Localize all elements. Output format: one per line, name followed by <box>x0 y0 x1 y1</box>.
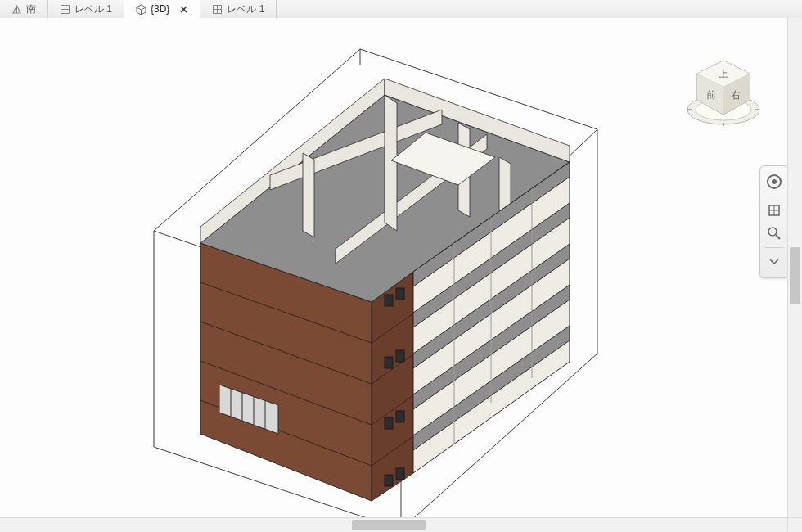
svg-rect-28 <box>396 350 404 362</box>
viewcube-front-label: 前 <box>706 89 716 101</box>
svg-rect-30 <box>396 411 404 422</box>
expand-chevron-icon[interactable] <box>764 251 785 273</box>
separator <box>764 247 784 248</box>
svg-rect-26 <box>396 288 404 300</box>
tab-level-1b[interactable]: レベル 1 <box>200 0 277 18</box>
svg-rect-27 <box>385 357 393 368</box>
tab-label: {3D} <box>151 3 169 15</box>
svg-rect-25 <box>385 295 393 306</box>
vertical-scrollbar[interactable] <box>787 18 802 518</box>
svg-point-74 <box>768 228 777 236</box>
tab-level-1a[interactable]: レベル 1 <box>48 0 124 18</box>
close-icon[interactable] <box>178 4 188 14</box>
separator <box>764 196 784 196</box>
svg-rect-29 <box>385 417 393 429</box>
tab-south-elevation[interactable]: 南 <box>0 0 48 18</box>
svg-rect-32 <box>396 468 404 480</box>
plan-icon <box>60 4 70 15</box>
viewcube-top-label: 上 <box>719 68 728 79</box>
view-tabs: 南 レベル 1 {3D} レベル 1 <box>0 0 802 19</box>
tab-label: レベル 1 <box>74 2 112 16</box>
svg-marker-44 <box>385 95 397 231</box>
viewcube-right-label: 右 <box>731 89 741 101</box>
3d-scene <box>0 18 788 518</box>
zoom-button[interactable] <box>764 223 785 244</box>
svg-line-75 <box>776 235 780 239</box>
svg-rect-31 <box>385 475 393 486</box>
navigation-bar <box>759 165 789 278</box>
svg-marker-45 <box>303 153 314 237</box>
tab-label: 南 <box>26 2 36 16</box>
scrollbar-thumb[interactable] <box>790 247 800 304</box>
steering-wheel-button[interactable] <box>764 171 785 192</box>
tab-label: レベル 1 <box>227 2 264 16</box>
scrollbar-thumb[interactable] <box>352 520 426 530</box>
3d-viewport[interactable]: 上 前 右 <box>0 18 802 532</box>
svg-point-70 <box>772 179 777 184</box>
horizontal-scrollbar[interactable] <box>0 517 788 532</box>
plan-icon <box>212 4 223 15</box>
pan-button[interactable] <box>764 200 785 221</box>
tab-3d[interactable]: {3D} <box>124 0 200 19</box>
viewcube[interactable]: 上 前 右 <box>683 51 764 133</box>
scrollbar-corner <box>787 517 802 532</box>
cube-icon <box>136 4 146 15</box>
elevation-icon <box>11 4 22 15</box>
